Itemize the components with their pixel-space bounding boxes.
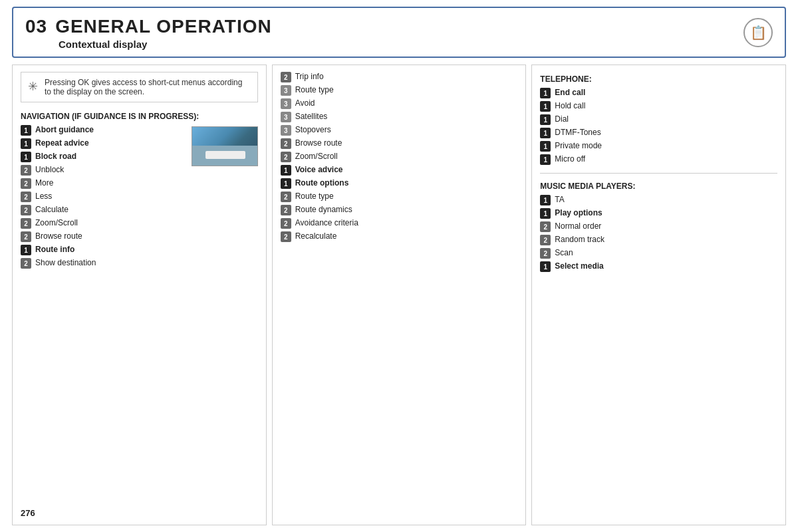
header-title: 03 GENERAL OPERATION bbox=[25, 16, 773, 37]
badge-r12: 2 bbox=[281, 218, 291, 229]
item-ta: TA bbox=[555, 195, 564, 205]
badge-r6: 2 bbox=[281, 138, 291, 149]
route-item-13: 2 Recalculate bbox=[281, 231, 518, 242]
tel-item-6: 1 Micro off bbox=[540, 154, 777, 165]
media-item-1: 1 TA bbox=[540, 195, 777, 205]
badge-t6: 1 bbox=[540, 154, 551, 165]
item-dial: Dial bbox=[555, 114, 569, 125]
route-item-11: 2 Route dynamics bbox=[281, 205, 518, 215]
badge-4: 2 bbox=[21, 165, 31, 176]
tel-item-5: 1 Private mode bbox=[540, 141, 777, 152]
nav-item-4: 2 Unblock bbox=[21, 165, 186, 176]
tel-item-2: 1 Hold call bbox=[540, 101, 777, 112]
item-voice-advice: Voice advice bbox=[295, 165, 343, 176]
media-item-6: 1 Select media bbox=[540, 261, 777, 272]
header-subtitle: Contextual display bbox=[59, 39, 773, 50]
nav-item-10: 1 Route info bbox=[21, 245, 258, 255]
tel-item-3: 1 Dial bbox=[540, 114, 777, 125]
main-content: ✳ Pressing OK gives access to short-cut … bbox=[12, 65, 786, 525]
item-route-type-2: Route type bbox=[295, 192, 334, 202]
col-route: 2 Trip info 3 Route type 3 Avoid 3 Satel… bbox=[272, 65, 527, 525]
item-micro-off: Micro off bbox=[555, 154, 585, 165]
item-normal-order: Normal order bbox=[555, 221, 601, 232]
badge-r7: 2 bbox=[281, 152, 291, 162]
nav-item-8: 2 Zoom/Scroll bbox=[21, 218, 258, 229]
item-scan: Scan bbox=[555, 248, 573, 259]
item-select-media: Select media bbox=[555, 261, 603, 272]
nav-item-6: 2 Less bbox=[21, 192, 258, 202]
nav-item-1: 1 Abort guidance bbox=[21, 125, 186, 136]
nav-items-container: 1 Abort guidance 1 Repeat advice 1 Block… bbox=[21, 125, 258, 271]
nav-item-5: 2 More bbox=[21, 178, 258, 189]
info-text: Pressing OK gives access to short-cut me… bbox=[45, 78, 251, 96]
tel-item-1: 1 End call bbox=[540, 88, 777, 98]
media-item-5: 2 Scan bbox=[540, 248, 777, 259]
route-item-9: 1 Route options bbox=[281, 178, 518, 189]
badge-10: 1 bbox=[21, 245, 31, 255]
badge-t3: 1 bbox=[540, 114, 551, 125]
badge-1: 1 bbox=[21, 125, 31, 136]
badge-11: 2 bbox=[21, 258, 31, 269]
badge-t2: 1 bbox=[540, 101, 551, 112]
route-item-2: 3 Route type bbox=[281, 85, 518, 96]
item-block-road: Block road bbox=[35, 152, 76, 162]
info-box: ✳ Pressing OK gives access to short-cut … bbox=[21, 72, 258, 102]
nav-item-3: 1 Block road bbox=[21, 152, 186, 162]
route-item-6: 2 Browse route bbox=[281, 138, 518, 149]
nav-item-9: 2 Browse route bbox=[21, 231, 258, 242]
item-less: Less bbox=[35, 192, 52, 202]
badge-r4: 3 bbox=[281, 112, 291, 122]
settings-icon: ✳ bbox=[28, 79, 38, 94]
badge-r9: 1 bbox=[281, 178, 291, 189]
media-item-4: 2 Random track bbox=[540, 235, 777, 245]
route-item-12: 2 Avoidance criteria bbox=[281, 218, 518, 229]
route-item-3: 3 Avoid bbox=[281, 98, 518, 109]
badge-r3: 3 bbox=[281, 98, 291, 109]
media-section-title: MUSIC MEDIA PLAYERS: bbox=[540, 182, 777, 191]
route-item-4: 3 Satellites bbox=[281, 112, 518, 122]
item-dtmf-tones: DTMF-Tones bbox=[555, 128, 600, 138]
item-more: More bbox=[35, 178, 53, 189]
badge-m6: 1 bbox=[540, 261, 551, 272]
item-recalculate: Recalculate bbox=[295, 231, 337, 242]
item-satellites: Satellites bbox=[295, 112, 328, 122]
item-hold-call: Hold call bbox=[555, 101, 585, 112]
badge-8: 2 bbox=[21, 218, 31, 229]
media-item-2: 1 Play options bbox=[540, 208, 777, 219]
item-calculate: Calculate bbox=[35, 205, 68, 215]
badge-m3: 2 bbox=[540, 221, 551, 232]
badge-m5: 2 bbox=[540, 248, 551, 259]
badge-r2: 3 bbox=[281, 85, 291, 96]
chapter-number: 03 bbox=[25, 16, 47, 37]
tel-item-4: 1 DTMF-Tones bbox=[540, 128, 777, 138]
badge-m4: 2 bbox=[540, 235, 551, 245]
item-repeat-advice: Repeat advice bbox=[35, 138, 89, 149]
route-item-8: 1 Voice advice bbox=[281, 165, 518, 176]
nav-item-11: 2 Show destination bbox=[21, 258, 258, 269]
nav-image bbox=[192, 126, 258, 166]
badge-r5: 3 bbox=[281, 125, 291, 136]
item-private-mode: Private mode bbox=[555, 141, 602, 152]
badge-2: 1 bbox=[21, 138, 31, 149]
route-item-5: 3 Stopovers bbox=[281, 125, 518, 136]
item-browse-route-1: Browse route bbox=[35, 231, 82, 242]
item-zoom-scroll-2: Zoom/Scroll bbox=[295, 152, 338, 162]
badge-t5: 1 bbox=[540, 141, 551, 152]
route-item-1: 2 Trip info bbox=[281, 72, 518, 82]
page-number: 276 bbox=[21, 508, 35, 518]
item-browse-route-2: Browse route bbox=[295, 138, 342, 149]
badge-t4: 1 bbox=[540, 128, 551, 138]
col-telephone-media: TELEPHONE: 1 End call 1 Hold call 1 Dial… bbox=[531, 65, 786, 525]
item-zoom-scroll-1: Zoom/Scroll bbox=[35, 218, 78, 229]
nav-section-title: NAVIGATION (IF GUIDANCE IS IN PROGRESS): bbox=[21, 112, 258, 121]
page-header: 03 GENERAL OPERATION Contextual display … bbox=[12, 7, 786, 58]
badge-r13: 2 bbox=[281, 231, 291, 242]
badge-9: 2 bbox=[21, 231, 31, 242]
item-trip-info: Trip info bbox=[295, 72, 324, 82]
chapter-title: GENERAL OPERATION bbox=[55, 16, 272, 37]
badge-r1: 2 bbox=[281, 72, 291, 82]
badge-5: 2 bbox=[21, 178, 31, 189]
route-item-7: 2 Zoom/Scroll bbox=[281, 152, 518, 162]
nav-item-7: 2 Calculate bbox=[21, 205, 258, 215]
col-navigation: ✳ Pressing OK gives access to short-cut … bbox=[12, 65, 267, 525]
